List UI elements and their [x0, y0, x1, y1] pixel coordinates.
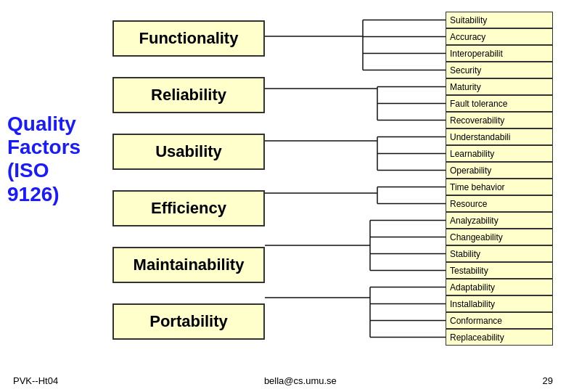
- footer-left: PVK--Ht04: [13, 375, 58, 386]
- sub-item-19: Replaceability: [446, 329, 553, 346]
- sub-item-1: Accuracy: [446, 28, 553, 45]
- footer-center: bella@cs.umu.se: [264, 375, 337, 386]
- sub-item-4: Maturity: [446, 78, 553, 95]
- sub-item-17: Installability: [446, 295, 553, 312]
- sub-item-11: Resource: [446, 195, 553, 212]
- sub-item-0: Suitability: [446, 12, 553, 28]
- sub-item-15: Testability: [446, 262, 553, 279]
- functionality-box: Functionality: [112, 20, 265, 57]
- sub-item-16: Adaptability: [446, 279, 553, 295]
- sub-item-14: Stability: [446, 245, 553, 262]
- sub-item-2: Interoperabilit: [446, 45, 553, 62]
- quality-title: Quality Factors (ISO 9126): [7, 113, 81, 206]
- sub-item-6: Recoverability: [446, 112, 553, 128]
- sub-item-12: Analyzability: [446, 212, 553, 229]
- sub-item-3: Security: [446, 62, 553, 78]
- sub-item-9: Operability: [446, 162, 553, 179]
- main-boxes: Functionality Reliability Usability Effi…: [112, 20, 265, 340]
- sub-item-13: Changeability: [446, 229, 553, 245]
- sub-item-18: Conformance: [446, 312, 553, 329]
- sub-item-10: Time behavior: [446, 179, 553, 195]
- sub-items-list: Suitability Accuracy Interoperabilit Sec…: [446, 12, 553, 346]
- portability-box: Portability: [112, 303, 265, 340]
- footer: PVK--Ht04 bella@cs.umu.se 29: [0, 375, 566, 386]
- usability-box: Usability: [112, 134, 265, 170]
- reliability-box: Reliability: [112, 77, 265, 113]
- sub-item-8: Learnability: [446, 145, 553, 162]
- sub-item-7: Understandabili: [446, 128, 553, 145]
- maintainability-box: Maintainability: [112, 247, 265, 283]
- page: Quality Factors (ISO 9126) Functionality…: [0, 0, 566, 392]
- efficiency-box: Efficiency: [112, 190, 265, 226]
- sub-item-5: Fault tolerance: [446, 95, 553, 112]
- footer-right: 29: [543, 375, 553, 386]
